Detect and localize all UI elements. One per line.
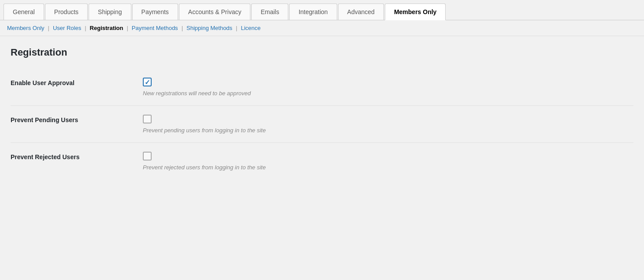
tab-products[interactable]: Products — [45, 4, 88, 20]
tab-payments[interactable]: Payments — [132, 4, 178, 20]
checkbox-wrapper-prevent-rejected-users — [143, 152, 633, 161]
page-title: Registration — [11, 47, 633, 58]
tab-accounts-privacy[interactable]: Accounts & Privacy — [179, 4, 251, 20]
settings-row-prevent-pending-users: Prevent Pending UsersPrevent pending use… — [11, 105, 633, 142]
subnav-item-licence[interactable]: Licence — [241, 25, 261, 31]
settings-label-enable-user-approval: Enable User Approval — [11, 78, 143, 86]
checkbox-prevent-rejected-users[interactable] — [143, 152, 152, 161]
settings-description-prevent-rejected-users: Prevent rejected users from logging in t… — [143, 164, 633, 171]
settings-description-enable-user-approval: New registrations will need to be approv… — [143, 90, 633, 97]
tab-advanced[interactable]: Advanced — [338, 4, 384, 20]
settings-row-enable-user-approval: Enable User ApprovalNew registrations wi… — [11, 69, 633, 105]
settings-control-prevent-rejected-users: Prevent rejected users from logging in t… — [143, 152, 633, 171]
subnav-item-payment-methods[interactable]: Payment Methods — [132, 25, 178, 31]
checkbox-enable-user-approval[interactable] — [143, 78, 152, 86]
subnav-item-shipping-methods[interactable]: Shipping Methods — [186, 25, 232, 31]
settings-control-prevent-pending-users: Prevent pending users from logging in to… — [143, 115, 633, 134]
settings-label-prevent-rejected-users: Prevent Rejected Users — [11, 152, 143, 161]
settings-control-enable-user-approval: New registrations will need to be approv… — [143, 78, 633, 97]
tab-members-only[interactable]: Members Only — [385, 4, 446, 20]
subnav: Members Only|User Roles|Registration|Pay… — [0, 20, 644, 36]
settings-description-prevent-pending-users: Prevent pending users from logging in to… — [143, 127, 633, 134]
subnav-separator: | — [85, 25, 86, 31]
tab-integration[interactable]: Integration — [289, 4, 337, 20]
subnav-separator: | — [182, 25, 183, 31]
tab-emails[interactable]: Emails — [251, 4, 288, 20]
subnav-separator: | — [48, 25, 49, 31]
tab-general[interactable]: General — [4, 4, 44, 20]
subnav-separator: | — [127, 25, 128, 31]
tab-shipping[interactable]: Shipping — [89, 4, 131, 20]
subnav-item-members-only[interactable]: Members Only — [7, 25, 45, 31]
checkbox-prevent-pending-users[interactable] — [143, 115, 152, 123]
checkbox-wrapper-enable-user-approval — [143, 78, 633, 86]
main-content: Registration Enable User ApprovalNew reg… — [0, 36, 644, 190]
settings-table: Enable User ApprovalNew registrations wi… — [11, 69, 633, 179]
settings-row-prevent-rejected-users: Prevent Rejected UsersPrevent rejected u… — [11, 142, 633, 179]
tabs-bar: GeneralProductsShippingPaymentsAccounts … — [0, 0, 644, 20]
subnav-item-user-roles[interactable]: User Roles — [53, 25, 81, 31]
settings-label-prevent-pending-users: Prevent Pending Users — [11, 115, 143, 123]
subnav-separator: | — [236, 25, 237, 31]
subnav-item-registration: Registration — [90, 25, 123, 31]
checkbox-wrapper-prevent-pending-users — [143, 115, 633, 123]
